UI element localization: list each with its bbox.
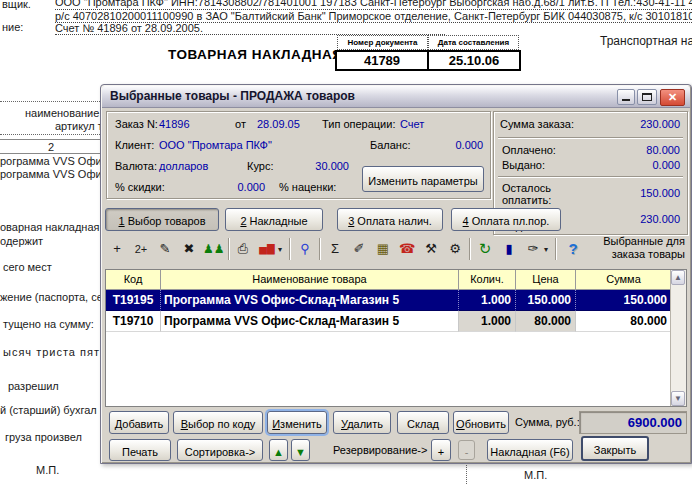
sum-rub-field: 6900.000 (579, 411, 687, 434)
phone-icon[interactable]: ☎ (397, 238, 417, 260)
tools-icon[interactable]: ⚒ (421, 238, 441, 260)
client-label: Клиент: (115, 139, 154, 151)
table-row[interactable]: T19195 Программа VVS Офис-Склад-Магазин … (106, 290, 686, 311)
column-header-price[interactable]: Цена (516, 270, 576, 290)
order-date-value: 28.09.05 (257, 118, 300, 130)
toolbar-caption-line1: Выбранные для (573, 235, 685, 248)
left-pay-label-1: Осталось (502, 182, 551, 194)
cell-name: Программа VVS Офис-Склад-Магазин 5 (161, 311, 459, 332)
tab-goods-selection[interactable]: 1 Выбор товаров (105, 208, 219, 231)
service-icon[interactable]: ⚙ (445, 238, 465, 260)
scroll-down-icon[interactable]: ▼ (671, 391, 685, 406)
table-header-row: Код Наименование товара Колич. Цена Сумм… (106, 270, 686, 290)
delete-icon[interactable]: ✖ (179, 238, 199, 260)
rate-label: Курс: (247, 160, 273, 172)
sum-icon[interactable]: Σ (325, 238, 345, 260)
transport-waybill-fragment: Транспортная на (600, 34, 692, 48)
warehouse-button[interactable]: Склад (397, 411, 449, 434)
left-pay-value: 150.000 (602, 187, 680, 199)
table-scrollbar[interactable]: ▲ ▼ (670, 270, 686, 406)
preview-icon[interactable]: ⚲ (295, 238, 315, 260)
doc-fragment: одержит (0, 235, 43, 247)
maximize-icon (642, 93, 652, 101)
maximize-button[interactable] (637, 89, 657, 105)
doc-fragment: жение (паспорта, се (0, 291, 103, 303)
doc-fragment: разрешил (8, 380, 59, 392)
scroll-up-icon[interactable]: ▲ (671, 270, 685, 285)
sort-button[interactable]: Сортировка-> (177, 439, 263, 461)
order-no-label: Заказ N: (115, 118, 158, 130)
select-by-code-button[interactable]: Выбор по коду (173, 411, 263, 434)
chart-dropdown-caret[interactable]: ▾ (278, 245, 287, 255)
print-button[interactable]: Печать (109, 439, 171, 461)
chart-icon[interactable]: ▅▇ (257, 238, 277, 260)
cell-sum: 80.000 (576, 311, 672, 332)
cell-code: T19195 (106, 290, 161, 311)
minimize-button[interactable] (617, 89, 635, 105)
currency-label: Валюта: (115, 160, 157, 172)
basis-label-fragment: ние: (2, 21, 23, 33)
table-row[interactable]: T19710 Программа VVS Офис-Склад-Магазин … (106, 311, 686, 332)
tab-cash-payment[interactable]: 3 Оплата налич. (337, 208, 443, 231)
paid-value: 80.000 (602, 144, 680, 156)
close-dialog-button[interactable]: Закрыть (581, 436, 649, 461)
tab-bank-payment[interactable]: 4 Оплата пл.пор. (451, 208, 561, 231)
paid-label: Оплачено: (502, 144, 556, 156)
divider (498, 176, 683, 178)
move-up-button[interactable]: ▲ (269, 439, 288, 461)
cell-name: Программа VVS Офис-Склад-Магазин 5 (161, 290, 459, 311)
edit-note-icon[interactable]: ✐ (349, 238, 369, 260)
doc-fragment: й (старший) бухгал (0, 404, 97, 416)
left-issue-value: 230.000 (602, 213, 680, 225)
column-header-code[interactable]: Код (106, 270, 161, 290)
cell-qty: 1.000 (459, 311, 516, 332)
close-button[interactable]: ✕ (660, 89, 685, 106)
supplier-label-fragment: вщик. (2, 0, 31, 10)
fill-icon[interactable]: ✑ (523, 238, 543, 260)
delete-button[interactable]: Удалить (333, 411, 391, 434)
stock-figures-icon[interactable]: ♟♟ (203, 238, 223, 260)
discount-value: 0.000 (207, 181, 265, 193)
change-params-button[interactable]: Изменить параметры (362, 166, 484, 192)
order-sum-label: Сумма заказа: (500, 118, 574, 130)
fill-dropdown-caret[interactable]: ▾ (544, 245, 553, 255)
column-header-name[interactable]: Наименование товара (161, 270, 459, 290)
doc-number-label: Номер документа (337, 35, 428, 50)
properties-icon[interactable]: ✎ (155, 238, 175, 260)
issued-label: Выдано: (502, 159, 545, 171)
move-down-button[interactable]: ▼ (291, 439, 310, 461)
dialog-titlebar[interactable]: Выбранные товары - ПРОДАЖА товаров ✕ (102, 86, 690, 108)
add-button[interactable]: Добавить (109, 411, 169, 434)
waybill-button[interactable]: Накладная (F6) (487, 439, 573, 461)
divider (498, 137, 683, 139)
order-sum-value: 230.000 (602, 118, 680, 130)
left-pay-label-2: оплатить: (502, 194, 551, 206)
column-header-qty[interactable]: Колич. (459, 270, 516, 290)
doc-number-box: 41789 25.10.06 (335, 50, 521, 71)
client-value: ООО "Промтара ПКФ" (159, 139, 272, 151)
toolbar-caption-line2: заказа товары (573, 248, 685, 261)
tab-waybills[interactable]: 2 Накладные (225, 208, 323, 231)
document-icon[interactable]: ▮ (499, 238, 519, 260)
doc-fragment: груза произвел (5, 431, 82, 443)
reserve-minus-button[interactable]: - (458, 440, 475, 460)
minimize-icon (622, 99, 630, 101)
refresh-button[interactable]: Обновить (453, 411, 509, 434)
edit-button[interactable]: Изменить (267, 411, 327, 434)
doc-fragment: рограмма VVS Офи (0, 155, 102, 167)
cell-code: T19710 (106, 311, 161, 332)
stamp-place-left: М.П. (36, 464, 59, 476)
refresh-icon[interactable]: ↻ (475, 238, 495, 260)
tab-label: Оплата пл.пор. (469, 215, 550, 227)
basis-line: Счет № 41896 от 28.09.2005. (55, 22, 445, 35)
currency-value: долларов (159, 160, 208, 172)
doc-fragment: 2 (48, 141, 54, 153)
reserve-plus-button[interactable]: + (431, 439, 451, 461)
toolbar-separator (289, 238, 291, 260)
abacus-icon[interactable]: ▦ (373, 238, 393, 260)
column-header-sum[interactable]: Сумма (576, 270, 672, 290)
add-document-icon[interactable]: 2+ (131, 238, 151, 260)
add-item-icon[interactable]: + (107, 238, 127, 260)
print-icon[interactable]: ⎙ (233, 238, 253, 260)
op-type-value: Счет (400, 118, 424, 130)
